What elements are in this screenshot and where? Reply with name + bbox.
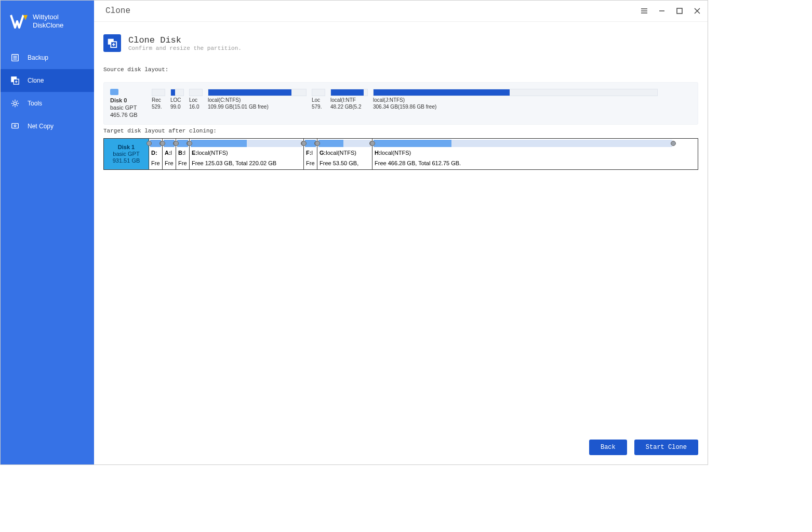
resize-handle-left[interactable] xyxy=(370,141,375,146)
svg-point-8 xyxy=(14,102,16,104)
main: Clone Clone Disk Confirm and resize the … xyxy=(94,1,708,464)
target-partition[interactable]: H:local(NTFS)Free 466.28 GB, Total 612.7… xyxy=(372,139,673,169)
target-label: Target disk layout after cloning: xyxy=(103,128,698,134)
resize-handle-left[interactable] xyxy=(174,141,179,146)
section-header: Clone Disk Confirm and resize the partit… xyxy=(103,27,698,59)
resize-handle-left[interactable] xyxy=(160,141,165,146)
section-title: Clone Disk xyxy=(128,35,242,45)
resize-handle-left[interactable] xyxy=(147,141,152,146)
footer: Back Start Clone xyxy=(94,432,708,464)
target-disk-panel: Disk 1 basic GPT 931.51 GB D:FreA:lFreB:… xyxy=(103,138,698,170)
back-button[interactable]: Back xyxy=(589,440,627,455)
disk-icon xyxy=(110,89,118,95)
sidebar-item-label: Tools xyxy=(28,100,42,107)
window-controls xyxy=(640,7,701,15)
netcopy-icon xyxy=(10,121,20,131)
backup-icon xyxy=(10,52,20,63)
source-partition: Rec529. xyxy=(152,89,165,110)
close-icon[interactable] xyxy=(693,7,701,15)
menu-icon[interactable] xyxy=(640,7,648,15)
gear-icon xyxy=(10,98,20,109)
section-subtitle: Confirm and resize the partition. xyxy=(128,45,242,51)
sidebar-item-clone[interactable]: Clone xyxy=(1,69,94,92)
sidebar-item-tools[interactable]: Tools xyxy=(1,92,94,115)
resize-handle-left[interactable] xyxy=(301,141,307,146)
sidebar-item-backup[interactable]: Backup xyxy=(1,46,94,69)
source-partition: local(I:NTF48.22 GB(5.2 xyxy=(330,89,368,110)
source-partition: Loc16.0 xyxy=(189,89,203,110)
svg-point-10 xyxy=(14,125,16,127)
source-partition: Loc579. xyxy=(312,89,325,110)
target-partition[interactable]: G:local(NTFS)Free 53.50 GB, xyxy=(317,139,372,169)
logo-icon xyxy=(10,12,29,31)
start-clone-button[interactable]: Start Clone xyxy=(634,440,698,455)
sidebar-item-label: Net Copy xyxy=(28,123,54,130)
source-disk-panel: Disk 0 basic GPT 465.76 GB Rec529.LOC99.… xyxy=(103,82,698,125)
source-partition: local(J:NTFS)306.34 GB(159.86 GB free) xyxy=(373,89,658,110)
clone-disk-icon xyxy=(103,34,121,52)
sidebar-item-label: Clone xyxy=(28,77,44,84)
resize-handle-right[interactable] xyxy=(671,141,676,146)
minimize-icon[interactable] xyxy=(658,7,666,15)
svg-rect-15 xyxy=(677,8,682,14)
resize-handle-left[interactable] xyxy=(187,141,192,146)
page-title: Clone xyxy=(100,6,130,16)
svg-rect-9 xyxy=(12,124,19,128)
source-partition: LOC99.0 xyxy=(170,89,184,110)
sidebar: Wittytool DiskClone Backup Clone Tools N… xyxy=(1,1,94,464)
maximize-icon[interactable] xyxy=(675,7,684,15)
clone-icon xyxy=(10,75,20,86)
target-partition[interactable]: E:local(NTFS)Free 125.03 GB, Total 220.0… xyxy=(189,139,303,169)
topbar: Clone xyxy=(94,1,708,21)
sidebar-item-netcopy[interactable]: Net Copy xyxy=(1,115,94,138)
resize-handle-left[interactable] xyxy=(315,141,320,146)
source-disk-info: Disk 0 basic GPT 465.76 GB xyxy=(110,89,147,118)
app-name: Wittytool DiskClone xyxy=(33,13,63,29)
sidebar-item-label: Backup xyxy=(28,54,48,61)
source-label: Source disk layout: xyxy=(103,66,698,73)
target-disk-info: Disk 1 basic GPT 931.51 GB xyxy=(104,139,149,169)
app-logo: Wittytool DiskClone xyxy=(1,1,94,46)
source-partition: local(C:NTFS)109.99 GB(15.01 GB free) xyxy=(208,89,307,110)
